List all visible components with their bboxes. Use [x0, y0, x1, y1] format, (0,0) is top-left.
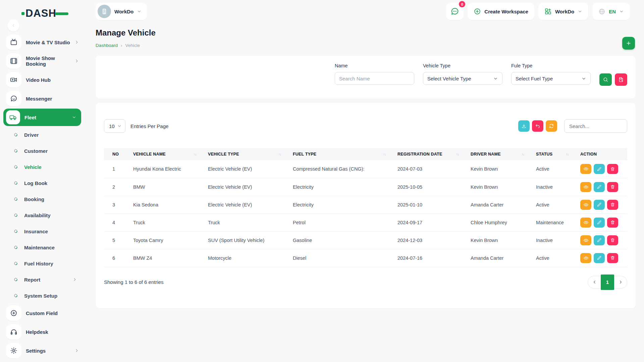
table-search-input[interactable]: [564, 119, 627, 133]
delete-button[interactable]: [607, 253, 618, 263]
sidebar-item-video-hub[interactable]: Video Hub: [0, 70, 85, 89]
sidebar-item-movie-show-booking[interactable]: Movie Show Booking: [0, 52, 85, 70]
cell-vehicle-name: Truck: [125, 214, 200, 231]
bullet-icon: [13, 277, 18, 282]
sidebar-item-label: Report: [24, 277, 40, 283]
cell-no: 6: [104, 249, 125, 267]
edit-button[interactable]: [594, 164, 605, 174]
cell-vehicle-type: Electric Vehicle (EV): [200, 160, 284, 178]
column-header-no: NO: [104, 148, 125, 160]
edit-button[interactable]: [594, 235, 605, 245]
edit-button[interactable]: [594, 218, 605, 228]
pagination: 1: [588, 276, 627, 289]
pencil-icon: [597, 184, 602, 189]
column-header-driver-name[interactable]: DRIVER NAME↑↓: [462, 148, 528, 160]
sidebar-item-log-book[interactable]: Log Book: [0, 175, 85, 191]
undo-button[interactable]: [532, 120, 543, 132]
sidebar-item-vehicle[interactable]: Vehicle: [0, 159, 85, 175]
table-row: 3 Kia Sedona Electric Vehicle (EV) Elect…: [104, 196, 627, 214]
vehicle-type-select-value: Select Vehicle Type: [427, 76, 471, 81]
sidebar-item-availability[interactable]: Availability: [0, 207, 85, 223]
sidebar-toggle-button[interactable]: [7, 19, 19, 32]
pencil-icon: [597, 202, 602, 207]
logo-accent-bar: [55, 12, 68, 15]
cell-actions: [572, 214, 627, 231]
sidebar-item-maintenance[interactable]: Maintenance: [0, 239, 85, 255]
column-header-registration-date[interactable]: REGISTRATION DATE↑↓: [389, 148, 462, 160]
column-header-fuel-type[interactable]: FUEL TYPE↑↓: [284, 148, 389, 160]
sidebar-item-fuel-history[interactable]: Fuel History: [0, 255, 85, 272]
add-vehicle-button[interactable]: [622, 37, 635, 50]
edit-button[interactable]: [594, 253, 605, 263]
column-header-vehicle-type[interactable]: VEHICLE TYPE↑↓: [200, 148, 284, 160]
sidebar-item-driver[interactable]: Driver: [0, 127, 85, 143]
fuel-type-select[interactable]: Select Fuel Type: [511, 72, 591, 85]
sort-icon: ↑↓: [383, 153, 386, 156]
table-footer: Showing 1 to 6 of 6 entries 1: [104, 276, 627, 289]
view-button[interactable]: [580, 235, 591, 245]
view-button[interactable]: [580, 218, 591, 228]
edit-button[interactable]: [594, 200, 605, 210]
sidebar-item-messenger[interactable]: Messenger: [0, 89, 85, 108]
bullet-icon: [13, 181, 18, 185]
breadcrumb-separator: ›: [121, 43, 122, 48]
apply-filter-button[interactable]: [599, 73, 612, 86]
edit-button[interactable]: [594, 182, 605, 192]
sidebar-item-report[interactable]: Report: [0, 272, 85, 288]
column-header-status[interactable]: STATUS↑↓: [528, 148, 572, 160]
pagination-prev-button[interactable]: [588, 276, 601, 288]
cell-vehicle-name: BMW: [125, 178, 200, 196]
sidebar-item-custom-field[interactable]: Custom Field: [0, 304, 85, 322]
pagination-page-1[interactable]: 1: [601, 275, 614, 290]
breadcrumb-dashboard-link[interactable]: Dashboard: [96, 43, 118, 48]
sidebar-item-fleet[interactable]: Fleet: [3, 109, 81, 126]
delete-button[interactable]: [607, 164, 618, 174]
sidebar-item-helpdesk[interactable]: Helpdesk: [0, 322, 85, 341]
pagination-next-button[interactable]: [614, 276, 627, 288]
view-button[interactable]: [580, 253, 591, 263]
cell-status: Active: [528, 196, 572, 214]
sidebar-item-system-setup[interactable]: System Setup: [0, 288, 85, 304]
view-button[interactable]: [580, 182, 591, 192]
pencil-icon: [597, 255, 602, 260]
sidebar-item-customer[interactable]: Customer: [0, 143, 85, 159]
sidebar-item-settings[interactable]: Settings: [0, 341, 85, 360]
logo-accent-square: [21, 12, 24, 15]
sidebar-item-insurance[interactable]: Insurance: [0, 223, 85, 239]
page-size-select[interactable]: 10: [104, 119, 125, 133]
refresh-icon: [549, 123, 554, 129]
eye-icon: [583, 238, 589, 243]
cell-registration-date: 2024-07-16: [389, 249, 462, 267]
filter-fuel-type-label: Fule Type: [511, 63, 591, 68]
column-header-vehicle-name[interactable]: VEHICLE NAME↑↓: [125, 148, 200, 160]
vehicle-table: NO VEHICLE NAME↑↓ VEHICLE TYPE↑↓ FUEL TY…: [104, 148, 627, 267]
delete-button[interactable]: [607, 200, 618, 210]
van-icon: [6, 110, 20, 124]
view-button[interactable]: [580, 200, 591, 210]
chevron-right-icon: [72, 277, 77, 282]
sidebar-item-label: Movie & TV Studio: [26, 40, 70, 45]
filter-name-field: Name: [335, 63, 414, 85]
cell-vehicle-type: Motorcycle: [200, 249, 284, 267]
reset-filter-button[interactable]: [615, 73, 627, 86]
export-button[interactable]: [518, 120, 530, 132]
filter-name-label: Name: [335, 63, 414, 68]
sidebar-item-label: Video Hub: [26, 77, 51, 83]
refresh-button[interactable]: [546, 120, 557, 132]
table-toolbar: 10 Entries Per Page: [104, 119, 627, 133]
vehicle-type-select[interactable]: Select Vehicle Type: [423, 72, 502, 85]
delete-button[interactable]: [607, 182, 618, 192]
pencil-icon: [597, 238, 602, 243]
view-button[interactable]: [580, 164, 591, 174]
sidebar-item-label: Custom Field: [26, 310, 58, 316]
cell-no: 5: [104, 231, 125, 249]
delete-button[interactable]: [607, 218, 618, 228]
sidebar-item-booking[interactable]: Booking: [0, 191, 85, 207]
delete-button[interactable]: [607, 235, 618, 245]
cell-actions: [572, 160, 627, 178]
sidebar-item-movie-tv-studio[interactable]: Movie & TV Studio: [0, 33, 85, 52]
name-search-input[interactable]: [335, 72, 414, 85]
sidebar-item-label: Customer: [24, 148, 48, 154]
table-row: 4 Truck Truck Petrol 2024-09-17 Chloe Hu…: [104, 214, 627, 231]
pencil-icon: [597, 220, 602, 225]
